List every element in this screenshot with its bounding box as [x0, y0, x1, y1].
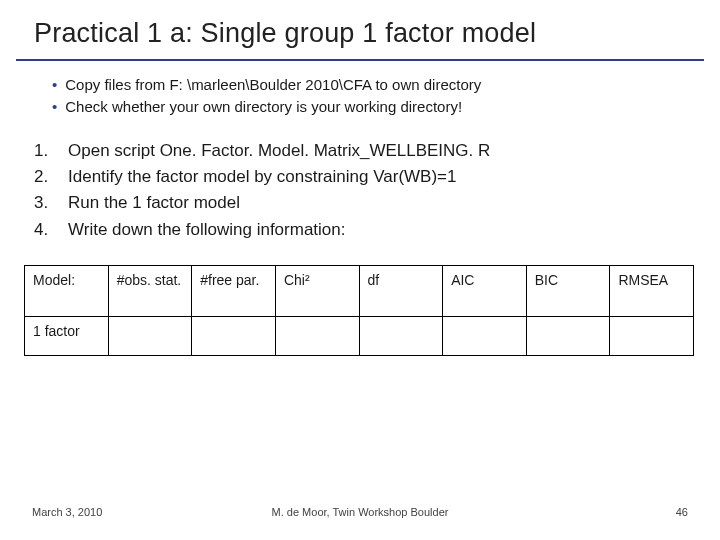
bullet-icon: •: [52, 97, 57, 117]
item-number: 1.: [34, 138, 68, 164]
item-text: Write down the following information:: [68, 217, 346, 243]
table-cell: 1 factor: [25, 316, 109, 355]
table-header: df: [359, 265, 443, 316]
bullet-text: Copy files from F: \marleen\Boulder 2010…: [65, 75, 481, 95]
list-item: 1. Open script One. Factor. Model. Matri…: [34, 138, 680, 164]
table-cell: [610, 316, 694, 355]
table-header-row: Model: #obs. stat. #free par. Chi² df AI…: [25, 265, 694, 316]
bullet-text: Check whether your own directory is your…: [65, 97, 462, 117]
table-header: Model:: [25, 265, 109, 316]
numbered-list: 1. Open script One. Factor. Model. Matri…: [0, 124, 720, 247]
item-number: 3.: [34, 190, 68, 216]
table-cell: [443, 316, 527, 355]
item-number: 2.: [34, 164, 68, 190]
table-header: AIC: [443, 265, 527, 316]
slide-title: Practical 1 a: Single group 1 factor mod…: [0, 0, 720, 55]
table-cell: [275, 316, 359, 355]
table-header: RMSEA: [610, 265, 694, 316]
bullet-list: • Copy files from F: \marleen\Boulder 20…: [0, 61, 720, 124]
table-cell: [359, 316, 443, 355]
slide-footer: March 3, 2010 M. de Moor, Twin Workshop …: [0, 506, 720, 518]
bullet-item: • Copy files from F: \marleen\Boulder 20…: [52, 75, 680, 95]
list-item: 2. Identify the factor model by constrai…: [34, 164, 680, 190]
footer-author: M. de Moor, Twin Workshop Boulder: [272, 506, 449, 518]
table-header: #free par.: [192, 265, 276, 316]
item-text: Open script One. Factor. Model. Matrix_W…: [68, 138, 490, 164]
table-cell: [192, 316, 276, 355]
bullet-item: • Check whether your own directory is yo…: [52, 97, 680, 117]
bullet-icon: •: [52, 75, 57, 95]
item-number: 4.: [34, 217, 68, 243]
footer-page-number: 46: [676, 506, 688, 518]
model-table: Model: #obs. stat. #free par. Chi² df AI…: [0, 247, 720, 356]
item-text: Run the 1 factor model: [68, 190, 240, 216]
list-item: 3. Run the 1 factor model: [34, 190, 680, 216]
table-header: BIC: [526, 265, 610, 316]
table-header: Chi²: [275, 265, 359, 316]
footer-date: March 3, 2010: [32, 506, 102, 518]
table-header: #obs. stat.: [108, 265, 192, 316]
item-text: Identify the factor model by constrainin…: [68, 164, 457, 190]
table-cell: [526, 316, 610, 355]
list-item: 4. Write down the following information:: [34, 217, 680, 243]
table-row: 1 factor: [25, 316, 694, 355]
table-cell: [108, 316, 192, 355]
